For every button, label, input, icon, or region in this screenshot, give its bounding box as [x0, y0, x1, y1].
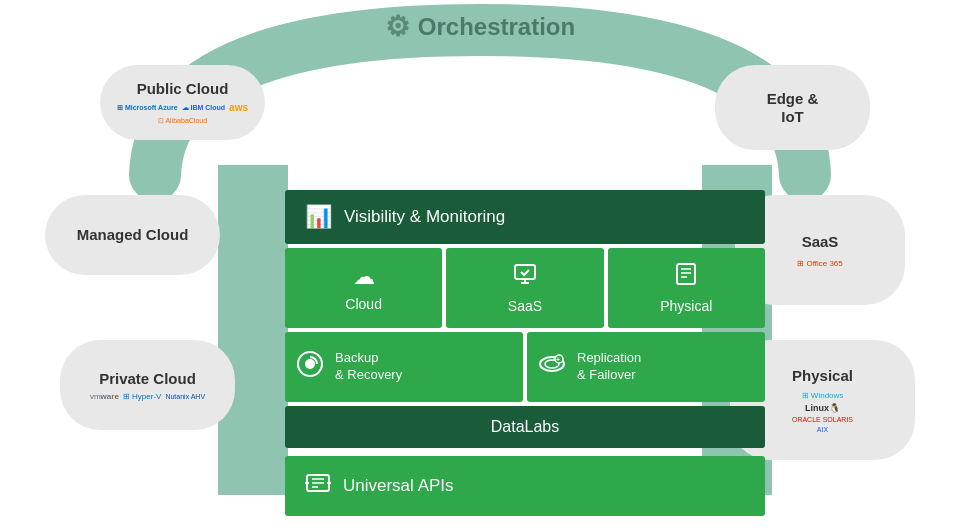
replication-line2: & Failover — [577, 367, 641, 384]
physical-cloud-title: Physical — [792, 367, 853, 385]
visibility-icon: 📊 — [305, 204, 332, 230]
apis-icon — [305, 470, 331, 502]
cloud-box: ☁ Cloud — [285, 248, 442, 328]
physical-box-icon — [674, 262, 698, 292]
cloud-box-icon: ☁ — [353, 264, 375, 290]
backup-box: Backup & Recovery — [285, 332, 523, 402]
cloud-box-label: Cloud — [345, 296, 382, 312]
middle-row: ☁ Cloud SaaS Physical — [285, 248, 765, 328]
physical-box-label: Physical — [660, 298, 712, 314]
physical-cloud-logos: ⊞ Windows Linux🐧 ORACLE SOLARIS AIX — [792, 391, 853, 433]
svg-rect-5 — [677, 264, 695, 284]
edge-iot-cloud: Edge & IoT — [715, 65, 870, 150]
apis-bar: Universal APIs — [285, 456, 765, 516]
replication-icon: + — [537, 349, 567, 385]
saas-cloud-logos: ⊞ Office 365 — [797, 259, 843, 268]
replication-box: + Replication & Failover — [527, 332, 765, 402]
saas-box-label: SaaS — [508, 298, 542, 314]
azure-logo: ⊞ Microsoft Azure — [117, 104, 178, 112]
datalabs-label: DataLabs — [491, 418, 560, 436]
private-cloud: Private Cloud vmware ⊞ Hyper-V Nutanix A… — [60, 340, 235, 430]
saas-cloud-title: SaaS — [802, 233, 839, 251]
diagram-container: ⚙ Orchestration Public Cloud ⊞ Microsoft… — [0, 0, 960, 528]
physical-box: Physical — [608, 248, 765, 328]
private-cloud-title: Private Cloud — [99, 370, 196, 388]
public-cloud: Public Cloud ⊞ Microsoft Azure ☁ IBM Clo… — [100, 65, 265, 140]
backup-text: Backup & Recovery — [335, 350, 402, 384]
public-cloud-logos: ⊞ Microsoft Azure ☁ IBM Cloud aws ⊡ Alib… — [108, 102, 257, 125]
hyperv-logo: ⊞ Hyper-V — [123, 392, 162, 401]
orchestration-label: ⚙ Orchestration — [385, 10, 575, 43]
oracle-logo: ORACLE SOLARIS — [792, 416, 853, 423]
ibm-logo: ☁ IBM Cloud — [182, 104, 226, 112]
svg-point-10 — [305, 359, 315, 369]
o365-logo: ⊞ Office 365 — [797, 259, 843, 268]
apis-label: Universal APIs — [343, 476, 454, 496]
edge-iot-title: Edge & IoT — [767, 90, 819, 126]
managed-cloud: Managed Cloud — [45, 195, 220, 275]
replication-line1: Replication — [577, 350, 641, 367]
backup-line1: Backup — [335, 350, 402, 367]
linux-logo: Linux🐧 — [805, 403, 840, 413]
saas-box-icon — [513, 262, 537, 292]
datalabs-bar: DataLabs — [285, 406, 765, 448]
main-panel: 📊 Visibility & Monitoring ☁ Cloud SaaS P… — [285, 190, 765, 498]
managed-cloud-title: Managed Cloud — [77, 226, 189, 244]
saas-box: SaaS — [446, 248, 603, 328]
replication-text: Replication & Failover — [577, 350, 641, 384]
recovery-row: Backup & Recovery + Replication & Failov… — [285, 332, 765, 402]
aix-logo: AIX — [817, 426, 828, 433]
aws-logo: aws — [229, 102, 248, 113]
alibaba-logo: ⊡ AlibabaCloud — [158, 117, 207, 125]
visibility-bar: 📊 Visibility & Monitoring — [285, 190, 765, 244]
backup-line2: & Recovery — [335, 367, 402, 384]
vmware-logo: vmware — [90, 392, 119, 401]
public-cloud-title: Public Cloud — [137, 80, 229, 98]
windows-logo: ⊞ Windows — [802, 391, 844, 400]
backup-icon — [295, 349, 325, 385]
svg-text:+: + — [556, 356, 560, 363]
visibility-label: Visibility & Monitoring — [344, 207, 505, 227]
private-cloud-logos: vmware ⊞ Hyper-V Nutanix AHV — [90, 392, 205, 401]
nutanix-logo: Nutanix AHV — [165, 393, 205, 400]
svg-rect-2 — [515, 265, 535, 279]
orchestration-title: Orchestration — [418, 13, 575, 41]
left-connector — [218, 165, 288, 495]
gear-icon: ⚙ — [385, 10, 410, 43]
